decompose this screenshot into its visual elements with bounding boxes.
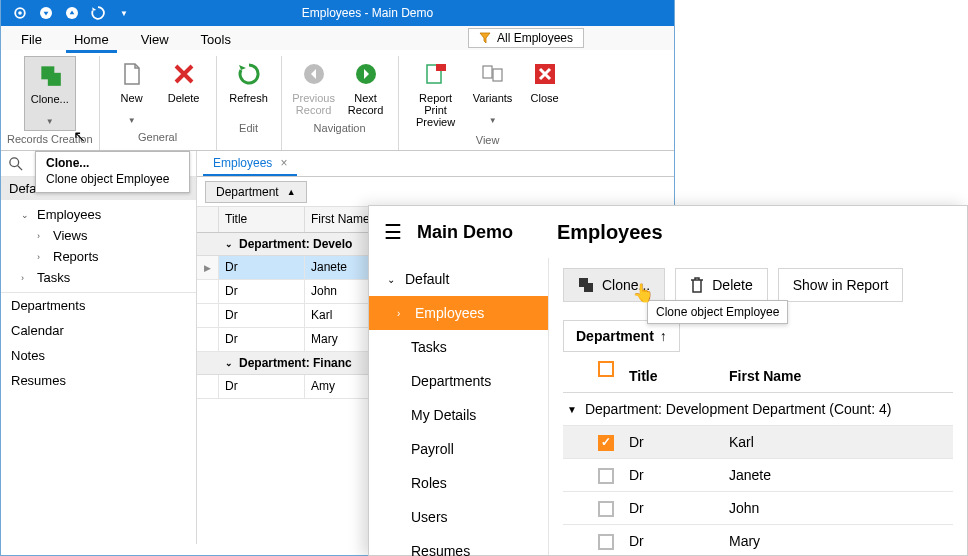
sidebar-item-departments[interactable]: Departments xyxy=(369,364,548,398)
table-row[interactable]: DrJanete xyxy=(563,458,953,491)
svg-point-1 xyxy=(18,11,22,15)
close-button[interactable]: Close xyxy=(519,56,571,132)
caret-down-icon: ⌄ xyxy=(225,239,233,249)
new-file-icon xyxy=(118,60,146,88)
filter-label: All Employees xyxy=(497,31,573,45)
new-button[interactable]: New ▼ xyxy=(106,56,158,129)
nav-resumes[interactable]: Resumes xyxy=(1,368,196,393)
window-title: Employees - Main Demo xyxy=(131,6,674,20)
arrow-left-circle-icon xyxy=(300,60,328,88)
table-row[interactable]: DrKarl xyxy=(563,425,953,458)
clone-button[interactable]: Clone... xyxy=(563,268,665,302)
trash-icon xyxy=(690,277,704,293)
grid-handle-header xyxy=(197,207,219,232)
sidebar-item-payroll[interactable]: Payroll xyxy=(369,432,548,466)
ribbon-group-view: View xyxy=(476,132,500,150)
tree-reports[interactable]: ›Reports xyxy=(1,246,196,267)
funnel-icon xyxy=(479,32,491,44)
col-title[interactable]: Title xyxy=(219,207,305,232)
caret-right-icon: › xyxy=(37,231,47,241)
variants-icon xyxy=(479,60,507,88)
tab-close-icon[interactable]: × xyxy=(280,156,287,170)
delete-x-icon xyxy=(170,60,198,88)
row-checkbox[interactable] xyxy=(598,468,614,484)
report-preview-button[interactable]: Report Print Preview xyxy=(405,56,467,132)
nav-calendar[interactable]: Calendar xyxy=(1,318,196,343)
titlebar-down-icon[interactable] xyxy=(39,6,53,20)
row-checkbox[interactable] xyxy=(598,435,614,451)
show-in-report-button[interactable]: Show in Report xyxy=(778,268,904,302)
titlebar-dropdown-icon[interactable]: ▼ xyxy=(117,6,131,20)
close-icon xyxy=(531,60,559,88)
app-title: Main Demo xyxy=(417,222,557,243)
titlebar-refresh-icon[interactable] xyxy=(91,6,105,20)
menu-view[interactable]: View xyxy=(135,29,175,50)
sort-asc-icon: ↑ xyxy=(660,328,667,344)
caret-down-icon: ⌄ xyxy=(21,210,31,220)
page-title: Employees xyxy=(557,221,663,244)
tree-views[interactable]: ›Views xyxy=(1,225,196,246)
sidebar-item-mydetails[interactable]: My Details xyxy=(369,398,548,432)
tab-employees[interactable]: Employees × xyxy=(203,152,297,176)
clone-icon xyxy=(36,61,64,89)
hamburger-menu-icon[interactable]: ☰ xyxy=(369,220,417,244)
table-row[interactable]: DrJohn xyxy=(563,491,953,524)
expand-header xyxy=(563,360,589,392)
caret-right-icon: › xyxy=(37,252,47,262)
filter-dropdown[interactable]: All Employees xyxy=(468,28,584,48)
nav-notes[interactable]: Notes xyxy=(1,343,196,368)
svg-rect-10 xyxy=(483,66,492,78)
refresh-icon xyxy=(235,60,263,88)
sort-asc-icon: ▲ xyxy=(287,187,296,197)
refresh-button[interactable]: Refresh xyxy=(223,56,275,120)
chevron-down-icon: ▼ xyxy=(46,117,54,126)
sidebar-item-default[interactable]: ⌄Default xyxy=(369,262,548,296)
clone-tooltip: Clone... Clone object Employee xyxy=(35,151,190,193)
select-all-checkbox[interactable] xyxy=(589,360,623,392)
svg-point-13 xyxy=(10,157,19,166)
delete-button[interactable]: Delete xyxy=(158,56,210,129)
caret-down-icon: ▼ xyxy=(567,404,577,415)
group-row-development[interactable]: ▼ Department: Development Department (Co… xyxy=(563,393,953,425)
menu-file[interactable]: File xyxy=(15,29,48,50)
titlebar-btn-1[interactable] xyxy=(13,6,27,20)
search-icon[interactable] xyxy=(9,157,23,171)
row-checkbox[interactable] xyxy=(598,534,614,550)
prev-record-button: Previous Record xyxy=(288,56,340,120)
tree-tasks[interactable]: ›Tasks xyxy=(1,267,196,288)
svg-rect-9 xyxy=(436,64,446,71)
variants-button[interactable]: Variants ▼ xyxy=(467,56,519,132)
chevron-down-icon: ▼ xyxy=(128,116,136,125)
nav-departments[interactable]: Departments xyxy=(1,293,196,318)
report-icon xyxy=(422,60,450,88)
row-checkbox[interactable] xyxy=(598,501,614,517)
col-title[interactable]: Title xyxy=(623,360,723,392)
delete-button[interactable]: Delete xyxy=(675,268,767,302)
svg-rect-5 xyxy=(48,73,61,86)
chevron-down-icon: ▼ xyxy=(489,116,497,125)
sort-chip-department[interactable]: Department ▲ xyxy=(205,181,307,203)
row-indicator-icon: ▶ xyxy=(197,256,219,279)
clone-button[interactable]: Clone... ▼ xyxy=(24,56,76,131)
clone-tooltip: Clone object Employee xyxy=(647,300,788,324)
next-record-button[interactable]: Next Record xyxy=(340,56,392,120)
group-chip-department[interactable]: Department ↑ xyxy=(563,320,680,352)
svg-rect-15 xyxy=(584,283,593,292)
ribbon-group-edit: Edit xyxy=(239,120,258,138)
clone-icon xyxy=(578,277,594,293)
sidebar-item-roles[interactable]: Roles xyxy=(369,466,548,500)
window-titlebar: ▼ Employees - Main Demo xyxy=(1,0,674,26)
sidebar-item-tasks[interactable]: Tasks xyxy=(369,330,548,364)
sidebar-item-employees[interactable]: ›Employees xyxy=(369,296,548,330)
tree-employees[interactable]: ⌄Employees xyxy=(1,204,196,225)
menu-home[interactable]: Home xyxy=(68,29,115,50)
table-row[interactable]: DrMary xyxy=(563,524,953,556)
menu-tools[interactable]: Tools xyxy=(195,29,237,50)
titlebar-up-icon[interactable] xyxy=(65,6,79,20)
caret-right-icon: › xyxy=(397,308,407,319)
sidebar-item-users[interactable]: Users xyxy=(369,500,548,534)
col-first-name[interactable]: First Name xyxy=(723,360,953,392)
caret-right-icon: › xyxy=(21,273,31,283)
sidebar-item-resumes[interactable]: Resumes xyxy=(369,534,548,556)
svg-rect-11 xyxy=(493,69,502,81)
